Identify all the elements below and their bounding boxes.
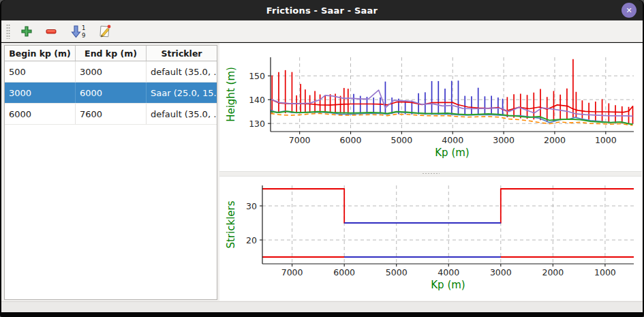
sort-digit-bottom: 9: [82, 32, 85, 39]
table-cell[interactable]: default (35.0, …: [147, 61, 217, 82]
y-tick-label: 140: [249, 95, 265, 105]
minus-icon: [45, 25, 57, 37]
frictions-table: Begin kp (m)End kp (m)Strickler 5003000d…: [4, 45, 217, 300]
x-tick-label: 7000: [289, 135, 311, 145]
x-tick-label: 1000: [594, 267, 616, 277]
table-cell[interactable]: 6000: [5, 104, 76, 124]
column-header[interactable]: Begin kp (m): [5, 46, 76, 61]
y-axis-label: Stricklers: [225, 200, 237, 248]
chart-panel: 7000600050004000300020001000130140150Kp …: [219, 43, 642, 301]
x-tick-label: 4000: [438, 267, 459, 277]
column-header[interactable]: End kp (m): [76, 46, 147, 61]
stricklers-chart: 70006000500040003000200010002030Kp (m)St…: [219, 177, 642, 301]
table-body: 5003000default (35.0, …30006000Saar (25.…: [5, 61, 217, 125]
table-cell[interactable]: 3000: [5, 82, 76, 103]
x-tick-label: 2000: [544, 135, 566, 145]
table-row[interactable]: 60007600default (35.0, …: [5, 104, 217, 125]
close-icon: ✕: [626, 6, 632, 15]
toolbar: 1 9: [1, 20, 643, 42]
frictions-window: Frictions - Saar - Saar ✕ 1 9: [0, 0, 644, 317]
table-cell[interactable]: Saar (25.0, 15.0): [147, 82, 217, 103]
x-tick-label: 3000: [490, 267, 512, 277]
main-area: Begin kp (m)End kp (m)Strickler 5003000d…: [1, 43, 643, 302]
x-tick-label: 3000: [493, 135, 515, 145]
x-axis-label: Kp (m): [431, 279, 465, 291]
remove-friction-button[interactable]: [43, 23, 59, 40]
x-tick-label: 4000: [442, 135, 463, 145]
height-profile-chart: 7000600050004000300020001000130140150Kp …: [219, 43, 642, 171]
sort-digit-top: 1: [82, 25, 85, 31]
table-cell[interactable]: 500: [5, 61, 76, 82]
y-tick-label: 130: [249, 119, 265, 129]
x-tick-label: 5000: [386, 267, 408, 277]
status-bar: [1, 301, 643, 312]
add-friction-button[interactable]: [18, 23, 35, 40]
sort-ascending-icon: 1 9: [69, 24, 87, 39]
table-cell[interactable]: default (35.0, …: [147, 104, 217, 124]
x-axis-label: Kp (m): [435, 147, 469, 159]
table-row[interactable]: 5003000default (35.0, …: [5, 61, 217, 82]
x-tick-label: 1000: [595, 135, 617, 145]
x-tick-label: 6000: [340, 135, 362, 145]
plus-icon: [20, 25, 33, 37]
x-tick-label: 5000: [390, 135, 412, 145]
splitter-handle-icon: [422, 172, 440, 175]
y-axis-label: Height (m): [225, 67, 237, 122]
toolbar-drag-handle[interactable]: [6, 24, 10, 39]
x-tick-label: 6000: [333, 267, 355, 277]
table-header-row: Begin kp (m)End kp (m)Strickler: [5, 46, 217, 61]
modified-dot: [107, 25, 110, 29]
chart-splitter[interactable]: [219, 171, 642, 177]
x-tick-label: 2000: [542, 267, 564, 277]
y-tick-label: 30: [246, 201, 257, 211]
titlebar: Frictions - Saar - Saar ✕: [1, 0, 643, 20]
table-cell[interactable]: 6000: [76, 82, 147, 103]
table-row[interactable]: 30006000Saar (25.0, 15.0): [5, 82, 217, 104]
edit-friction-button[interactable]: [96, 23, 112, 40]
table-cell[interactable]: 7600: [76, 104, 147, 124]
sort-button[interactable]: 1 9: [67, 23, 88, 40]
y-tick-label: 20: [246, 235, 257, 245]
column-header[interactable]: Strickler: [147, 46, 217, 61]
y-tick-label: 150: [249, 71, 265, 81]
window-title: Frictions - Saar - Saar: [266, 5, 378, 16]
table-cell[interactable]: 3000: [76, 61, 147, 82]
x-tick-label: 7000: [281, 267, 303, 277]
close-button[interactable]: ✕: [622, 3, 637, 18]
edit-icon: [97, 24, 112, 38]
